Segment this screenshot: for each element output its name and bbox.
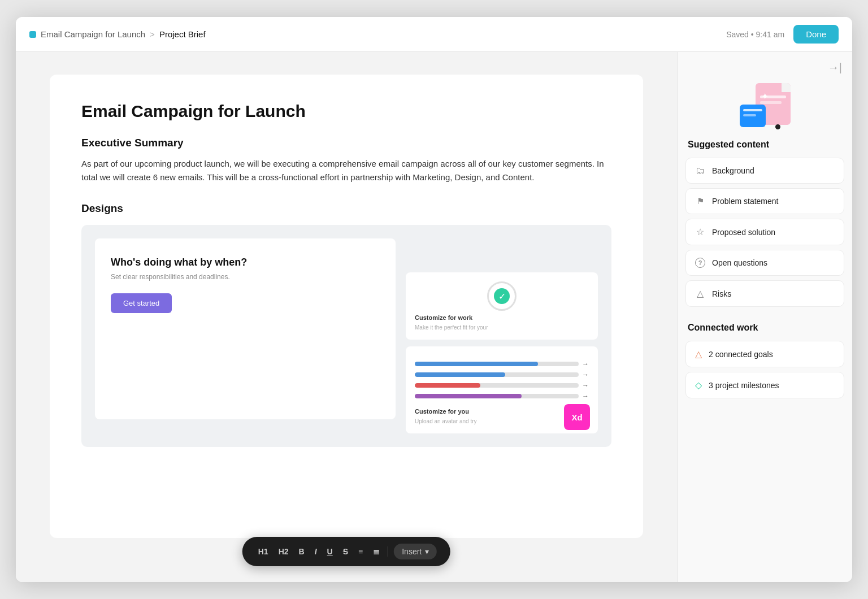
sidebar-illustration: ✦: [678, 83, 852, 128]
mini-card1-title: Customize for work: [415, 314, 589, 321]
strikethrough-button[interactable]: S: [341, 546, 350, 557]
bar-row-2: →: [415, 371, 589, 379]
circle-check-container: ✓: [415, 281, 589, 311]
background-label: Background: [712, 166, 754, 175]
numbered-list-button[interactable]: ≣: [371, 546, 382, 557]
design-preview-wrapper: Who's doing what by when? Set clear resp…: [81, 225, 611, 447]
h1-button[interactable]: H1: [256, 546, 271, 557]
suggested-content-title: Suggested content: [678, 140, 852, 150]
problem-icon: ⚑: [695, 196, 705, 206]
suggested-items-list: 🗂 Background ⚑ Problem statement ☆ Propo…: [678, 158, 852, 307]
collapse-icon[interactable]: →|: [828, 61, 842, 74]
right-sidebar: →| ✦: [677, 52, 852, 582]
bar-row-1: →: [415, 360, 589, 368]
bar-track-4: [415, 394, 579, 398]
document-card: Email Campaign for Launch Executive Summ…: [50, 75, 643, 538]
questions-icon: ?: [695, 258, 705, 268]
risks-label: Risks: [712, 289, 731, 298]
arrow-icon-3: →: [582, 381, 589, 389]
formatting-toolbar: H1 H2 B I U S ≡ ≣ Insert ▾: [242, 537, 450, 566]
suggested-item-background[interactable]: 🗂 Background: [685, 158, 844, 184]
background-icon: 🗂: [695, 166, 705, 176]
insert-button[interactable]: Insert ▾: [394, 544, 437, 559]
suggested-item-risks[interactable]: △ Risks: [685, 280, 844, 307]
mini-card2-title: Customize for you: [415, 408, 589, 415]
bar-fill-1: [415, 362, 538, 366]
insert-chevron-icon: ▾: [425, 547, 429, 556]
bar-track-3: [415, 383, 579, 388]
circle-check: ✓: [487, 281, 517, 311]
main-content: Email Campaign for Launch Executive Summ…: [16, 52, 852, 582]
suggested-item-problem[interactable]: ⚑ Problem statement: [685, 188, 844, 214]
arrow-icon-2: →: [582, 371, 589, 379]
design-preview: Who's doing what by when? Set clear resp…: [81, 225, 611, 447]
mini-card1-subtitle: Make it the perfect fit for your: [415, 324, 589, 331]
bar-row-4: →: [415, 392, 589, 400]
collapse-button-container: →|: [678, 61, 852, 79]
saved-status: Saved • 9:41 am: [726, 30, 784, 39]
executive-summary-heading: Executive Summary: [81, 137, 611, 149]
bullet-list-button[interactable]: ≡: [356, 546, 365, 557]
header: Email Campaign for Launch > Project Brie…: [16, 17, 852, 52]
illus-blue-card: [740, 105, 766, 127]
breadcrumb: Email Campaign for Launch > Project Brie…: [29, 29, 206, 39]
connected-work-section: Connected work △ 2 connected goals ◇ 3 p…: [678, 323, 852, 398]
breadcrumb-current: Project Brief: [159, 29, 206, 39]
illus-line2: [743, 114, 757, 116]
goals-icon: △: [695, 349, 702, 359]
solution-icon: ☆: [695, 227, 705, 237]
bar-track-1: [415, 362, 579, 366]
goals-label: 2 connected goals: [709, 350, 773, 359]
toolbar-separator: [388, 546, 388, 557]
illustration-wrap: ✦: [740, 83, 791, 128]
xd-badge: Xd: [564, 404, 590, 430]
suggested-item-questions[interactable]: ? Open questions: [685, 250, 844, 276]
milestones-label: 3 project milestones: [709, 381, 779, 390]
bar-chart: → →: [415, 355, 589, 405]
risks-icon: △: [695, 288, 705, 299]
project-dot: [29, 31, 36, 38]
document-title: Email Campaign for Launch: [81, 102, 611, 121]
checkmark-icon: ✓: [494, 288, 510, 304]
italic-button[interactable]: I: [313, 546, 319, 557]
breadcrumb-separator: >: [150, 29, 155, 39]
bar-track-2: [415, 372, 579, 377]
illus-line1: [743, 109, 762, 111]
bar-fill-3: [415, 383, 480, 388]
insert-label: Insert: [402, 547, 422, 556]
connected-items-list: △ 2 connected goals ◇ 3 project mileston…: [685, 341, 844, 398]
problem-label: Problem statement: [712, 197, 779, 206]
connected-work-title: Connected work: [685, 323, 844, 333]
design-main-card: Who's doing what by when? Set clear resp…: [95, 238, 396, 419]
bar-fill-2: [415, 372, 505, 377]
bar-fill-4: [415, 394, 522, 398]
solution-label: Proposed solution: [712, 228, 775, 237]
bold-button[interactable]: B: [297, 546, 307, 557]
done-button[interactable]: Done: [793, 25, 839, 44]
bar-row-3: →: [415, 381, 589, 389]
illus-dot: [775, 124, 780, 129]
illus-star-icon: ✦: [761, 91, 769, 102]
milestones-icon: ◇: [695, 380, 702, 390]
design-card-subtitle: Set clear responsibilities and deadlines…: [111, 273, 380, 281]
mini-card2-subtitle: Upload an avatar and try: [415, 418, 589, 424]
illus-doc-corner: [782, 83, 791, 92]
executive-summary-body: As part of our upcoming product launch, …: [81, 157, 611, 184]
questions-label: Open questions: [712, 258, 767, 267]
underline-button[interactable]: U: [325, 546, 335, 557]
arrow-icon-4: →: [582, 392, 589, 400]
app-window: Email Campaign for Launch > Project Brie…: [16, 17, 852, 582]
designs-heading: Designs: [81, 202, 611, 215]
customize-work-card: ✓ Customize for work Make it the perfect…: [406, 272, 598, 340]
suggested-item-solution[interactable]: ☆ Proposed solution: [685, 219, 844, 245]
document-area: Email Campaign for Launch Executive Summ…: [16, 52, 677, 582]
h2-button[interactable]: H2: [276, 546, 291, 557]
design-card-heading: Who's doing what by when?: [111, 257, 380, 268]
connected-goals-item[interactable]: △ 2 connected goals: [685, 341, 844, 367]
arrow-icon-1: →: [582, 360, 589, 368]
breadcrumb-parent[interactable]: Email Campaign for Launch: [41, 29, 145, 39]
get-started-button[interactable]: Get started: [111, 293, 172, 313]
header-right: Saved • 9:41 am Done: [726, 25, 839, 44]
project-milestones-item[interactable]: ◇ 3 project milestones: [685, 372, 844, 398]
